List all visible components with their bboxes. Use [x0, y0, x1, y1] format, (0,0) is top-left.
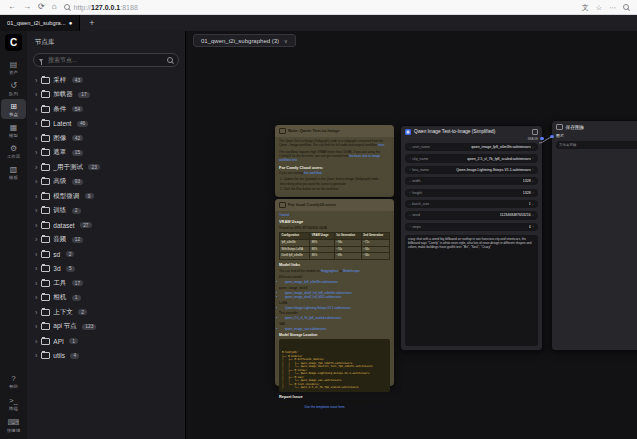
- tree-category-row[interactable]: › 高级 93: [27, 175, 185, 190]
- sidebar-item[interactable]: ↺ 队列: [1, 78, 26, 98]
- widget-value[interactable]: 1328: [523, 191, 531, 195]
- chevron-right-icon[interactable]: ›: [35, 251, 37, 258]
- chevron-right-icon[interactable]: ›: [35, 207, 37, 214]
- model-file-link[interactable]: Qwen-Image-Lightning-8steps-V1.1.safeten…: [285, 306, 390, 310]
- note-node-title[interactable]: For local ComfyUI users: [275, 199, 394, 211]
- tree-category-row[interactable]: › 图像 42: [27, 131, 185, 146]
- widget-right-arrow-icon[interactable]: ›: [531, 167, 535, 172]
- comfyui-logo[interactable]: C: [5, 34, 22, 51]
- chevron-right-icon[interactable]: ›: [35, 193, 37, 200]
- sidebar-item[interactable]: ⚙ 工作流: [1, 141, 26, 161]
- widget-row[interactable]: ‹ height 1328 ›: [405, 189, 538, 197]
- sidebar-item[interactable]: ▦ 模型: [1, 120, 26, 140]
- tree-category-row[interactable]: › 条件 54: [27, 102, 185, 117]
- widget-right-arrow-icon[interactable]: ›: [531, 179, 535, 184]
- chevron-right-icon[interactable]: ›: [35, 352, 37, 359]
- widget-row[interactable]: ‹ steps 4 ›: [405, 223, 538, 231]
- note-link[interactable]: this workflow:: [304, 171, 323, 175]
- widget-right-arrow-icon[interactable]: ›: [531, 156, 535, 161]
- home-icon[interactable]: ⌂: [52, 3, 57, 11]
- sidebar-bottom-item[interactable]: >_ 终端: [1, 393, 26, 413]
- chevron-right-icon[interactable]: ›: [35, 222, 37, 229]
- tree-category-row[interactable]: › 加载器 17: [27, 88, 185, 103]
- favorite-star-icon[interactable]: ☆: [596, 4, 602, 11]
- modelscope-link[interactable]: Modelscope: [343, 269, 360, 273]
- chevron-right-icon[interactable]: ›: [35, 149, 37, 156]
- url-text[interactable]: http://127.0.0.1:8188: [74, 4, 138, 11]
- issue-form-link[interactable]: Use the templates issue form: [304, 405, 344, 409]
- node-search-box[interactable]: [33, 53, 179, 67]
- tree-category-row[interactable]: › 3d 5: [27, 262, 185, 277]
- chevron-right-icon[interactable]: ›: [35, 120, 37, 127]
- chevron-right-icon[interactable]: ›: [35, 164, 37, 171]
- tree-category-row[interactable]: › api 节点 123: [27, 320, 185, 335]
- tree-category-row[interactable]: › 音频 12: [27, 233, 185, 248]
- huggingface-link[interactable]: Huggingface: [321, 269, 338, 273]
- workflow-selector-button[interactable]: 01_qwen_t2i_subgraphed (3) ∨: [193, 34, 296, 47]
- tree-category-row[interactable]: › dataset 27: [27, 218, 185, 233]
- tree-category-row[interactable]: › 相机 1: [27, 291, 185, 306]
- widget-row[interactable]: ‹ lora_name Qwen-Image-Lightning-8steps-…: [405, 166, 538, 174]
- refresh-icon[interactable]: ⟳: [38, 3, 45, 11]
- node-search-input[interactable]: [46, 56, 164, 64]
- prompt-textarea[interactable]: crazy shot with a weird big billboard on…: [405, 235, 538, 347]
- tree-category-row[interactable]: › 工具 17: [27, 276, 185, 291]
- more-menu-icon[interactable]: ⋯: [609, 4, 616, 11]
- tree-category-row[interactable]: › 训练 2: [27, 204, 185, 219]
- widget-value[interactable]: 1328: [523, 179, 531, 183]
- chevron-right-icon[interactable]: ›: [35, 77, 37, 84]
- model-file-link[interactable]: qwen_2.5_vl_7b_fp8_scaled.safetensors: [285, 316, 390, 320]
- translate-icon[interactable]: 文: [582, 4, 589, 11]
- chevron-right-icon[interactable]: ›: [35, 91, 37, 98]
- note-node-title[interactable]: Note: Qwen Text-to-Image: [275, 125, 394, 137]
- model-file-link[interactable]: qwen_image_distill_full_bf16.safetensors: [285, 295, 390, 299]
- model-file-link[interactable]: qwen_image_vae.safetensors: [285, 327, 390, 331]
- note-node-local-users[interactable]: For local ComfyUI users Tutorial VRAM Us…: [275, 199, 394, 386]
- widget-row[interactable]: ‹ batch_size 1 ›: [405, 200, 538, 208]
- tree-category-row[interactable]: › _用于测试 23: [27, 160, 185, 175]
- save-image-node[interactable]: 保存图像 图片 文件名前缀: [551, 120, 637, 351]
- widget-right-arrow-icon[interactable]: ›: [531, 190, 535, 195]
- tree-category-row[interactable]: › 上下文 2: [27, 305, 185, 320]
- new-workflow-button[interactable]: +: [80, 15, 103, 31]
- widget-right-arrow-icon[interactable]: ›: [531, 213, 535, 218]
- widget-value[interactable]: Qwen-Image-Lightning-8steps-V1.1.safeten…: [456, 168, 530, 172]
- widget-row[interactable]: ‹ width 1328 ›: [405, 177, 538, 185]
- chevron-right-icon[interactable]: ›: [35, 309, 37, 316]
- widget-value[interactable]: 1123468487653216: [500, 213, 531, 217]
- graph-canvas[interactable]: 01_qwen_t2i_subgraphed (3) ∨ Note: Qwen …: [186, 31, 637, 439]
- back-icon[interactable]: ←: [8, 3, 16, 11]
- qwen-t2i-node[interactable]: ▦ Qwen Image Text-to-Image (Simplified) …: [400, 125, 543, 351]
- filter-funnel-icon[interactable]: [39, 59, 43, 62]
- zoom-search-icon[interactable]: [623, 4, 629, 10]
- chevron-right-icon[interactable]: ›: [35, 265, 37, 272]
- widget-right-arrow-icon[interactable]: ›: [531, 202, 535, 207]
- forward-icon[interactable]: →: [23, 3, 31, 11]
- model-file-link[interactable]: qwen_image_fp8_e4m3fn.safetensors: [285, 280, 390, 284]
- sidebar-bottom-item[interactable]: ? 帮助: [1, 371, 26, 391]
- sidebar-bottom-item[interactable]: ⌨ 快捷键: [1, 415, 26, 435]
- widget-right-arrow-icon[interactable]: ›: [531, 224, 535, 229]
- tree-category-row[interactable]: › 采样 43: [27, 73, 185, 88]
- chevron-right-icon[interactable]: ›: [35, 323, 37, 330]
- note-node-qwen-t2i[interactable]: Note: Qwen Text-to-Image The Qwen Text-t…: [275, 125, 394, 197]
- chevron-right-icon[interactable]: ›: [35, 106, 37, 113]
- tree-category-row[interactable]: › sd 2: [27, 247, 185, 262]
- widget-row[interactable]: ‹ seed 1123468487653216 ›: [405, 211, 538, 219]
- node-title-bar[interactable]: 保存图像: [552, 121, 637, 132]
- tree-category-row[interactable]: › utils 4: [27, 349, 185, 364]
- tree-category-row[interactable]: › API 1: [27, 334, 185, 349]
- workflow-tab[interactable]: 01_qwen_t2i_subgra... ●: [0, 15, 80, 31]
- chevron-right-icon[interactable]: ›: [35, 280, 37, 287]
- widget-value[interactable]: qwen_2.5_vl_7b_fp8_scaled.safetensors: [467, 157, 530, 161]
- widget-row[interactable]: ‹ unet_name qwen_image_fp8_e4m3fn.safete…: [405, 143, 538, 151]
- chevron-right-icon[interactable]: ›: [35, 135, 37, 142]
- widget-value[interactable]: qwen_image_fp8_e4m3fn.safetensors: [471, 145, 530, 149]
- widget-row[interactable]: ‹ clip_name qwen_2.5_vl_7b_fp8_scaled.sa…: [405, 154, 538, 162]
- chevron-right-icon[interactable]: ›: [35, 294, 37, 301]
- widget-right-arrow-icon[interactable]: ›: [531, 145, 535, 150]
- tree-category-row[interactable]: › Latent 46: [27, 117, 185, 132]
- sidebar-item[interactable]: ⊞ 节点: [1, 99, 26, 119]
- node-title-bar[interactable]: ▦ Qwen Image Text-to-Image (Simplified): [401, 126, 542, 137]
- filename-prefix-widget[interactable]: 文件名前缀: [556, 141, 637, 149]
